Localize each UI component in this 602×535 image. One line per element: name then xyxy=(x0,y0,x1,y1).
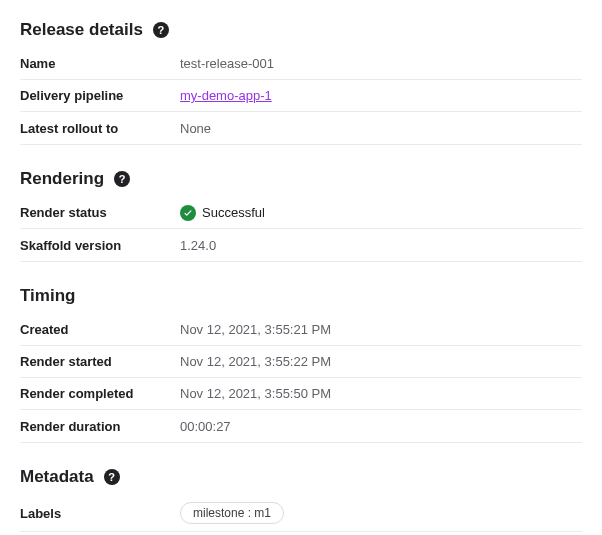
created-row: Created Nov 12, 2021, 3:55:21 PM xyxy=(20,314,582,346)
rollout-row: Latest rollout to None xyxy=(20,112,582,144)
render-started-label: Render started xyxy=(20,354,180,369)
rendering-header: Rendering ? xyxy=(20,169,582,189)
created-value: Nov 12, 2021, 3:55:21 PM xyxy=(180,322,582,337)
name-value: test-release-001 xyxy=(180,56,582,71)
skaffold-label: Skaffold version xyxy=(20,238,180,253)
timing-title: Timing xyxy=(20,286,75,306)
skaffold-row: Skaffold version 1.24.0 xyxy=(20,229,582,261)
pipeline-row: Delivery pipeline my-demo-app-1 xyxy=(20,80,582,112)
name-label: Name xyxy=(20,56,180,71)
render-status-row: Render status Successful xyxy=(20,197,582,229)
render-started-value: Nov 12, 2021, 3:55:22 PM xyxy=(180,354,582,369)
metadata-section: Metadata ? Labels milestone : m1 Annotat… xyxy=(20,467,582,535)
help-icon[interactable]: ? xyxy=(104,469,120,485)
render-status-value: Successful xyxy=(202,205,265,220)
created-label: Created xyxy=(20,322,180,337)
render-duration-value: 00:00:27 xyxy=(180,419,582,434)
metadata-title: Metadata xyxy=(20,467,94,487)
render-completed-value: Nov 12, 2021, 3:55:50 PM xyxy=(180,386,582,401)
pipeline-label: Delivery pipeline xyxy=(20,88,180,103)
help-icon[interactable]: ? xyxy=(153,22,169,38)
metadata-header: Metadata ? xyxy=(20,467,582,487)
release-details-title: Release details xyxy=(20,20,143,40)
render-started-row: Render started Nov 12, 2021, 3:55:22 PM xyxy=(20,346,582,378)
render-duration-label: Render duration xyxy=(20,419,180,434)
success-check-icon xyxy=(180,205,196,221)
rendering-title: Rendering xyxy=(20,169,104,189)
render-completed-label: Render completed xyxy=(20,386,180,401)
help-icon[interactable]: ? xyxy=(114,171,130,187)
rollout-value: None xyxy=(180,121,582,136)
render-status-label: Render status xyxy=(20,205,180,220)
render-duration-row: Render duration 00:00:27 xyxy=(20,410,582,442)
pipeline-link[interactable]: my-demo-app-1 xyxy=(180,88,272,103)
rollout-label: Latest rollout to xyxy=(20,121,180,136)
label-chip[interactable]: milestone : m1 xyxy=(180,502,284,524)
release-details-header: Release details ? xyxy=(20,20,582,40)
timing-header: Timing xyxy=(20,286,582,306)
labels-row: Labels milestone : m1 xyxy=(20,495,582,532)
skaffold-value: 1.24.0 xyxy=(180,238,582,253)
labels-label: Labels xyxy=(20,506,180,521)
name-row: Name test-release-001 xyxy=(20,48,582,80)
timing-section: Timing Created Nov 12, 2021, 3:55:21 PM … xyxy=(20,286,582,443)
render-completed-row: Render completed Nov 12, 2021, 3:55:50 P… xyxy=(20,378,582,410)
rendering-section: Rendering ? Render status Successful Ska… xyxy=(20,169,582,262)
release-details-section: Release details ? Name test-release-001 … xyxy=(20,20,582,145)
